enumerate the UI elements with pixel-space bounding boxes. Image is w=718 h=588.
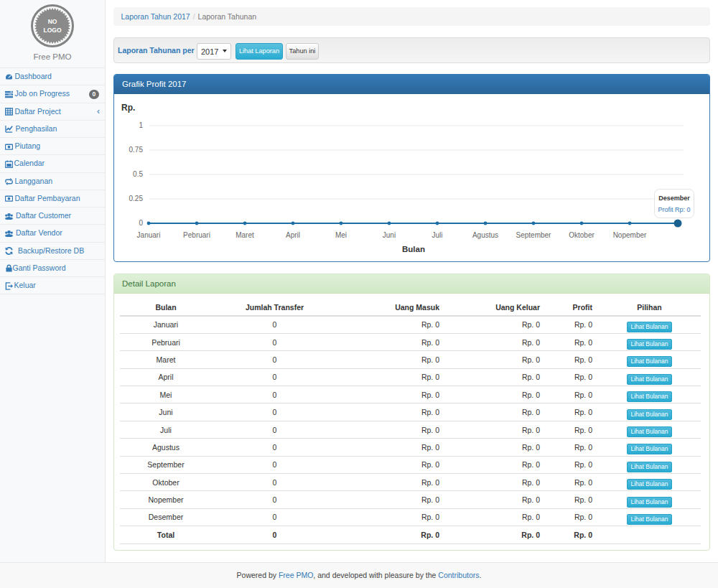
svg-text:Pebruari: Pebruari bbox=[183, 231, 210, 239]
svg-text:Nopember: Nopember bbox=[613, 231, 647, 239]
svg-text:Maret: Maret bbox=[236, 231, 254, 239]
svg-text:Agustus: Agustus bbox=[472, 231, 498, 239]
svg-text:0.25: 0.25 bbox=[129, 195, 144, 202]
svg-text:Oktober: Oktober bbox=[569, 231, 595, 239]
svg-text:Profit Rp: 0: Profit Rp: 0 bbox=[658, 206, 690, 213]
svg-text:Juli: Juli bbox=[432, 231, 442, 239]
svg-text:Mei: Mei bbox=[335, 231, 347, 239]
svg-text:Bulan: Bulan bbox=[402, 245, 425, 253]
svg-text:0.75: 0.75 bbox=[129, 146, 144, 154]
svg-text:Desember: Desember bbox=[658, 195, 690, 202]
svg-text:Januari: Januari bbox=[137, 231, 161, 239]
svg-text:0: 0 bbox=[139, 219, 143, 227]
svg-text:April: April bbox=[286, 231, 300, 239]
svg-text:LOGO: LOGO bbox=[43, 27, 61, 34]
svg-text:1: 1 bbox=[139, 121, 143, 129]
svg-text:Rp.: Rp. bbox=[121, 103, 135, 113]
svg-text:NO: NO bbox=[48, 18, 57, 25]
svg-text:September: September bbox=[516, 231, 552, 239]
svg-text:Juni: Juni bbox=[383, 231, 396, 239]
svg-text:0.5: 0.5 bbox=[133, 170, 143, 178]
